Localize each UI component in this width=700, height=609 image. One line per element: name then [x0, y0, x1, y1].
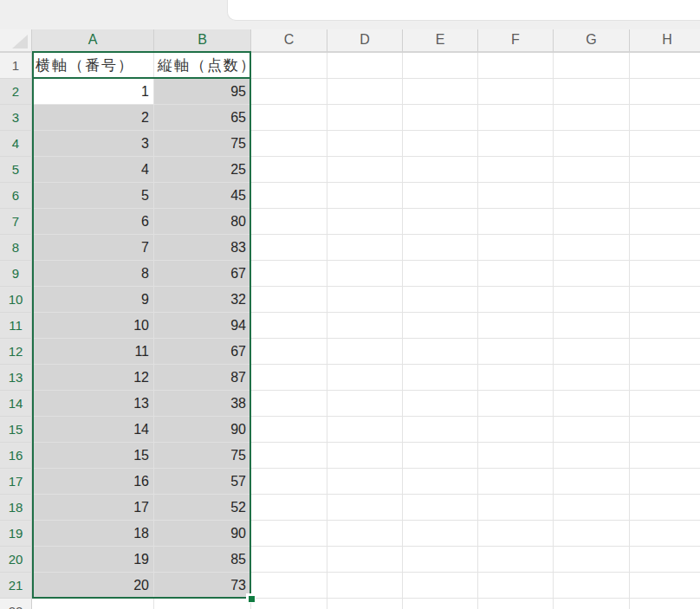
column-header-A[interactable]: A	[32, 29, 154, 53]
cell-A18[interactable]: 17	[32, 495, 154, 521]
cell-H2[interactable]	[630, 79, 700, 105]
cell-D4[interactable]	[327, 131, 403, 157]
cell-G3[interactable]	[554, 105, 630, 131]
cell-C6[interactable]	[251, 183, 327, 209]
row-header-22[interactable]: 22	[0, 599, 32, 609]
cell-C17[interactable]	[251, 469, 327, 495]
column-header-H[interactable]: H	[630, 29, 700, 53]
cell-H13[interactable]	[630, 365, 700, 391]
cell-A5[interactable]: 4	[32, 157, 154, 183]
cell-A16[interactable]: 15	[32, 443, 154, 469]
cell-B7[interactable]: 80	[154, 209, 251, 235]
cell-C16[interactable]	[251, 443, 327, 469]
cell-B2[interactable]: 95	[154, 79, 251, 105]
row-header-3[interactable]: 3	[0, 105, 32, 131]
cell-E3[interactable]	[403, 105, 478, 131]
cell-G16[interactable]	[554, 443, 630, 469]
cell-E16[interactable]	[403, 443, 478, 469]
cell-D16[interactable]	[327, 443, 403, 469]
cell-D17[interactable]	[327, 469, 403, 495]
cell-F17[interactable]	[478, 469, 554, 495]
row-header-20[interactable]: 20	[0, 547, 32, 573]
cell-F11[interactable]	[478, 313, 554, 339]
column-header-C[interactable]: C	[251, 29, 327, 53]
cell-A1[interactable]: 横軸（番号）	[32, 53, 154, 79]
row-header-7[interactable]: 7	[0, 209, 32, 235]
row-header-17[interactable]: 17	[0, 469, 32, 495]
cell-E4[interactable]	[403, 131, 478, 157]
cell-B15[interactable]: 90	[154, 417, 251, 443]
cell-B22[interactable]	[154, 599, 251, 609]
cell-H17[interactable]	[630, 469, 700, 495]
cell-B21[interactable]: 73	[154, 573, 251, 599]
cell-E1[interactable]	[403, 53, 478, 79]
cell-E20[interactable]	[403, 547, 478, 573]
cell-G19[interactable]	[554, 521, 630, 547]
cell-C22[interactable]	[251, 599, 327, 609]
cell-B12[interactable]: 67	[154, 339, 251, 365]
row-header-5[interactable]: 5	[0, 157, 32, 183]
cell-H1[interactable]	[630, 53, 700, 79]
row-header-2[interactable]: 2	[0, 79, 32, 105]
cell-H3[interactable]	[630, 105, 700, 131]
cell-B3[interactable]: 65	[154, 105, 251, 131]
cell-D13[interactable]	[327, 365, 403, 391]
row-header-8[interactable]: 8	[0, 235, 32, 261]
cell-D7[interactable]	[327, 209, 403, 235]
row-header-6[interactable]: 6	[0, 183, 32, 209]
cell-E15[interactable]	[403, 417, 478, 443]
row-header-4[interactable]: 4	[0, 131, 32, 157]
column-header-E[interactable]: E	[403, 29, 478, 53]
cell-E5[interactable]	[403, 157, 478, 183]
cell-F4[interactable]	[478, 131, 554, 157]
cell-E6[interactable]	[403, 183, 478, 209]
cell-B14[interactable]: 38	[154, 391, 251, 417]
row-header-21[interactable]: 21	[0, 573, 32, 599]
cell-H4[interactable]	[630, 131, 700, 157]
cell-F6[interactable]	[478, 183, 554, 209]
cell-A8[interactable]: 7	[32, 235, 154, 261]
cell-D21[interactable]	[327, 573, 403, 599]
cell-H18[interactable]	[630, 495, 700, 521]
cell-F22[interactable]	[478, 599, 554, 609]
cell-B8[interactable]: 83	[154, 235, 251, 261]
cell-D11[interactable]	[327, 313, 403, 339]
cell-C21[interactable]	[251, 573, 327, 599]
column-header-F[interactable]: F	[478, 29, 554, 53]
cell-A14[interactable]: 13	[32, 391, 154, 417]
cell-B17[interactable]: 57	[154, 469, 251, 495]
cell-E17[interactable]	[403, 469, 478, 495]
cell-C2[interactable]	[251, 79, 327, 105]
cell-F19[interactable]	[478, 521, 554, 547]
cell-C18[interactable]	[251, 495, 327, 521]
cell-G12[interactable]	[554, 339, 630, 365]
row-header-13[interactable]: 13	[0, 365, 32, 391]
row-header-12[interactable]: 12	[0, 339, 32, 365]
cell-E10[interactable]	[403, 287, 478, 313]
cell-G14[interactable]	[554, 391, 630, 417]
cell-C9[interactable]	[251, 261, 327, 287]
cell-A7[interactable]: 6	[32, 209, 154, 235]
cell-H7[interactable]	[630, 209, 700, 235]
cell-F18[interactable]	[478, 495, 554, 521]
cell-B19[interactable]: 90	[154, 521, 251, 547]
cell-G18[interactable]	[554, 495, 630, 521]
cell-C1[interactable]	[251, 53, 327, 79]
row-header-10[interactable]: 10	[0, 287, 32, 313]
cell-C7[interactable]	[251, 209, 327, 235]
cell-H8[interactable]	[630, 235, 700, 261]
cell-A20[interactable]: 19	[32, 547, 154, 573]
cell-C13[interactable]	[251, 365, 327, 391]
cell-G4[interactable]	[554, 131, 630, 157]
cell-G17[interactable]	[554, 469, 630, 495]
cell-G13[interactable]	[554, 365, 630, 391]
row-header-16[interactable]: 16	[0, 443, 32, 469]
cell-A2[interactable]: 1	[32, 79, 154, 105]
cell-E12[interactable]	[403, 339, 478, 365]
cell-H22[interactable]	[630, 599, 700, 609]
cell-H14[interactable]	[630, 391, 700, 417]
cell-G22[interactable]	[554, 599, 630, 609]
cell-G2[interactable]	[554, 79, 630, 105]
cell-A15[interactable]: 14	[32, 417, 154, 443]
cell-H6[interactable]	[630, 183, 700, 209]
